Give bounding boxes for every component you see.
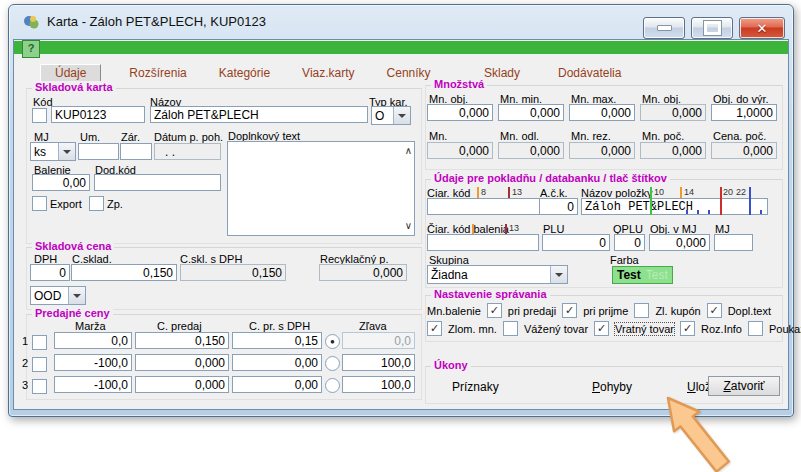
mn-min-input[interactable]: 0,000 [498,104,564,121]
barcode-tick [749,187,751,215]
csklad-input[interactable]: 0,150 [71,264,177,281]
kod-label: Kód [33,96,53,108]
um-input[interactable] [78,143,119,160]
zar-input[interactable] [120,143,152,160]
cpredaj-input-2[interactable]: 0,000 [135,354,229,371]
mj-right-input[interactable] [714,234,753,251]
obj-v-mj-input[interactable]: 0,000 [649,234,710,251]
price-row-num: 1 [22,335,28,347]
zl-kupon-checkbox[interactable] [634,303,649,318]
dph-input[interactable]: 0 [30,264,70,281]
datum-input[interactable]: . . [154,143,221,160]
dialog-content: ? Údaje Rozšírenia Kategórie Viaz.karty … [13,39,789,410]
barcode-subtick [760,210,762,214]
tab-cenniky[interactable]: Cenníky [383,65,435,81]
balenie-input[interactable]: 0,00 [32,174,90,191]
chevron-down-icon[interactable] [58,143,75,160]
vratny-tovar-label: Vratný tovar [615,323,674,335]
cpredaj-input-1[interactable]: 0,150 [135,332,229,349]
tab-rozsirenia[interactable]: Rozšírenia [125,65,190,81]
mn-max-input[interactable]: 0,000 [569,104,635,121]
nazov-polozky-input[interactable]: Záloh PET&PLECH [581,198,768,215]
kod-checkbox[interactable] [32,108,47,123]
export-checkbox[interactable] [32,196,47,211]
poukaz-checkbox[interactable] [748,321,763,336]
price-row-1-radio[interactable]: ● [325,334,340,349]
cprdph-input-2[interactable]: 0,00 [232,354,322,371]
help-button[interactable]: ? [22,40,40,58]
poukaz-label: Poukaz [769,323,801,335]
cpredaj-input-3[interactable]: 0,000 [135,376,229,393]
cprdph-header: C. pr. s DPH [249,320,310,332]
price-row-2-checkbox[interactable] [32,357,47,372]
window-title: Karta - Záloh PET&PLECH, KUP0123 [47,14,266,29]
section-title: Skladová cena [32,240,114,252]
cprdph-input-3[interactable]: 0,00 [232,376,322,393]
doplnkovy-textarea[interactable]: ∧ ∨ [227,141,415,236]
typ-kar-select[interactable]: O [371,106,411,125]
chevron-down-icon[interactable] [68,287,85,304]
dialog-window: Karta - Záloh PET&PLECH, KUP0123 ✕ ? Úda… [8,4,794,417]
barcode-subtick [697,210,699,214]
behavior-row-1: Mn.balenie ✓ pri predaji ✓ pri prijme Zl… [427,303,771,318]
mn-obj-input[interactable]: 0,000 [427,104,493,121]
mj-select[interactable]: ks [30,142,76,161]
marza-input-2[interactable]: -100,0 [54,354,132,371]
tab-dodavatelia[interactable]: Dodávatelia [554,65,625,81]
scroll-down-icon[interactable]: ∨ [405,221,412,231]
section-title: Skladová karta [32,81,116,93]
farba-swatch[interactable]: TestTest [612,266,673,284]
minimize-button[interactable] [643,17,685,39]
close-button[interactable]: ✕ [739,17,785,39]
dod-kod-input[interactable] [94,174,221,191]
maximize-button[interactable] [691,17,733,39]
ciar-kod-input[interactable] [427,198,542,215]
barcode-tick [680,187,682,198]
scroll-up-icon[interactable]: ∧ [405,146,412,156]
zp-label: Zp. [107,198,123,210]
kod-input[interactable]: KUP0123 [51,106,145,123]
close-icon: ✕ [757,22,768,35]
price-row-3-radio[interactable] [325,378,340,393]
obj-do-vyr-input[interactable]: 1,0000 [711,104,777,121]
mn-balenie-label: Mn.balenie [427,305,481,317]
tab-kategorie[interactable]: Kategórie [215,65,274,81]
maximize-icon [704,21,721,35]
zlava-input-3[interactable]: 100,0 [342,376,415,393]
tick-label-14: 14 [684,187,694,197]
dopl-text-checkbox[interactable]: ✓ [707,303,722,318]
chevron-down-icon[interactable] [550,266,567,283]
mn-odl-input: 0,000 [498,142,564,159]
skupina-select[interactable]: Žiadna [427,265,568,284]
ood-select[interactable]: OOD [30,286,86,305]
roz-info-checkbox[interactable]: ✓ [680,321,695,336]
tick-label-20: 20 [723,187,733,197]
nazov-input[interactable]: Záloh PET&PLECH [150,106,368,123]
qplu-input[interactable]: 0 [614,234,645,251]
tick-label-8: 8 [481,187,486,197]
tab-viaz-karty[interactable]: Viaz.karty [298,65,358,81]
price-row-1-checkbox[interactable] [32,335,47,350]
ack-input[interactable]: 0 [539,198,578,215]
barcode-tick [720,187,722,215]
pohyby-button[interactable]: Pohyby [592,380,632,394]
cpredaj-header: C. predaj [157,320,202,332]
zlom-mn-checkbox[interactable]: ✓ [427,321,442,336]
vratny-tovar-checkbox[interactable]: ✓ [594,321,609,336]
plu-input[interactable]: 0 [542,234,610,251]
marza-input-3[interactable]: -100,0 [54,376,132,393]
marza-input-1[interactable]: 0,0 [54,332,132,349]
price-row-3-checkbox[interactable] [32,379,47,394]
tab-udaje[interactable]: Údaje [40,64,101,82]
price-row-2-radio[interactable] [325,356,340,371]
pri-prijme-checkbox[interactable]: ✓ [562,303,577,318]
ciar-kod-balenia-input[interactable] [427,234,539,251]
title-bar[interactable]: Karta - Záloh PET&PLECH, KUP0123 ✕ [9,5,793,39]
chevron-down-icon[interactable] [393,107,410,124]
vazeny-tovar-checkbox[interactable] [503,321,518,336]
pri-predaji-checkbox[interactable]: ✓ [487,303,502,318]
zlava-input-2[interactable]: 100,0 [342,354,415,371]
priznaky-button[interactable]: Príznaky [452,380,499,394]
cprdph-input-1[interactable]: 0,15 [232,332,322,349]
zp-checkbox[interactable] [89,196,104,211]
